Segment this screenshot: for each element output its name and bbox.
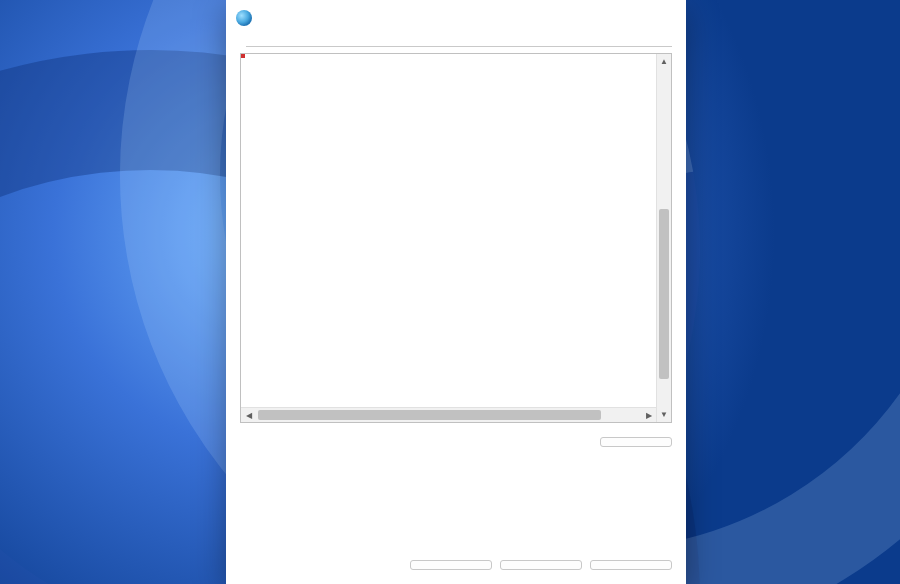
internet-properties-dialog: ▲ ▼ ◀ ▶ <box>226 0 686 584</box>
close-button[interactable] <box>638 3 682 33</box>
scroll-left-icon[interactable]: ◀ <box>241 408 256 422</box>
scroll-down-icon[interactable]: ▼ <box>657 407 671 422</box>
dialog-button-bar <box>226 550 686 584</box>
apply-button[interactable] <box>590 560 672 570</box>
titlebar <box>226 0 686 36</box>
help-button[interactable] <box>594 3 638 33</box>
cancel-button[interactable] <box>500 560 582 570</box>
vertical-scrollbar[interactable]: ▲ ▼ <box>656 54 671 422</box>
settings-list-scroll <box>241 54 671 422</box>
scroll-right-icon[interactable]: ▶ <box>641 408 656 422</box>
scrollbar-track[interactable] <box>657 69 671 407</box>
scroll-up-icon[interactable]: ▲ <box>657 54 671 69</box>
restore-advanced-settings-button[interactable] <box>600 437 672 447</box>
scrollbar-thumb[interactable] <box>659 209 669 379</box>
settings-group-label <box>240 46 672 47</box>
ok-button[interactable] <box>410 560 492 570</box>
internet-options-icon <box>236 10 252 26</box>
horizontal-scrollbar[interactable]: ◀ ▶ <box>241 407 656 422</box>
dialog-body: ▲ ▼ ◀ ▶ <box>226 36 686 550</box>
h-scrollbar-thumb[interactable] <box>258 410 601 420</box>
settings-listbox[interactable]: ▲ ▼ ◀ ▶ <box>240 53 672 423</box>
